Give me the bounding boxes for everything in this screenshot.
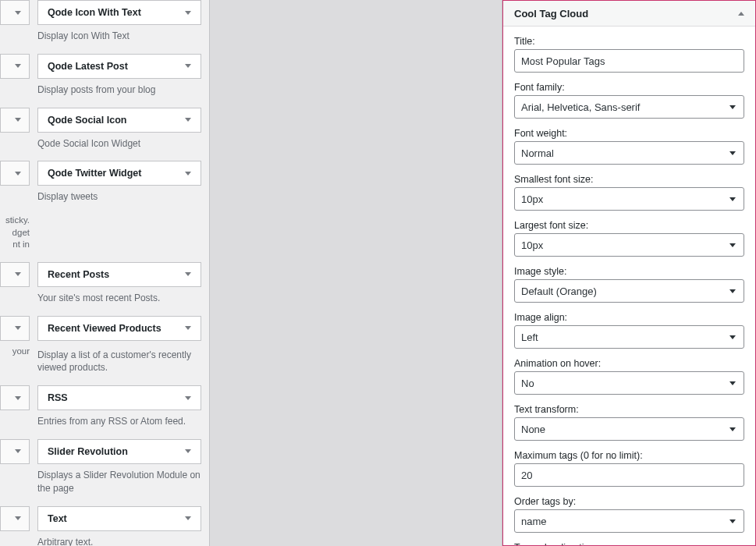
panel-body: Title: Font family: Arial, Helvetica, Sa… [503, 27, 755, 545]
widget-desc: Display posts from your blog [37, 83, 201, 97]
widget-chip[interactable] [0, 506, 30, 531]
widget-chip[interactable] [0, 262, 30, 287]
widget-qode-latest-post[interactable]: Qode Latest Post [37, 54, 201, 79]
widget-rss[interactable]: RSS [37, 385, 201, 410]
smallest-font-select[interactable]: 10px [514, 187, 744, 211]
image-style-select[interactable]: Default (Orange) [514, 279, 744, 303]
widget-qode-twitter[interactable]: Qode Twitter Widget [37, 161, 201, 186]
widget-title: RSS [48, 392, 68, 403]
animation-label: Animation on hover: [514, 358, 744, 369]
widget-qode-icon-with-text[interactable]: Qode Icon With Text [37, 0, 201, 25]
chevron-down-icon [729, 519, 736, 523]
chevron-down-icon [729, 105, 736, 109]
widget-desc: Your site's most recent Posts. [37, 292, 201, 305]
select-value: name [521, 516, 547, 527]
chevron-down-icon [15, 64, 21, 68]
chevron-up-icon [738, 12, 744, 16]
widget-slider-revolution[interactable]: Slider Revolution [37, 439, 201, 464]
largest-font-select[interactable]: 10px [514, 233, 744, 257]
widget-desc: Arbitrary text. [37, 536, 201, 546]
image-style-label: Image style: [514, 266, 744, 277]
font-weight-select[interactable]: Normal [514, 141, 744, 165]
chevron-down-icon [185, 64, 191, 68]
chevron-down-icon [15, 449, 21, 453]
chevron-down-icon [185, 449, 191, 453]
smallest-font-label: Smallest font size: [514, 174, 744, 185]
widget-desc: Display Icon With Text [37, 30, 201, 43]
chevron-down-icon [15, 118, 21, 122]
widget-desc: Qode Social Icon Widget [37, 137, 201, 151]
widget-chip[interactable] [0, 108, 30, 133]
chevron-down-icon [185, 118, 191, 122]
widget-qode-social-icon[interactable]: Qode Social Icon [37, 108, 201, 133]
panel-header[interactable]: Cool Tag Cloud [503, 1, 755, 27]
order-by-select[interactable]: name [514, 509, 744, 533]
order-by-label: Order tags by: [514, 496, 744, 507]
widget-title: Qode Social Icon [48, 115, 126, 126]
chevron-down-icon [15, 11, 21, 15]
chevron-down-icon [185, 516, 191, 520]
select-value: No [521, 378, 534, 389]
select-value: Default (Orange) [521, 285, 597, 297]
widget-desc: Display tweets [37, 190, 201, 204]
max-tags-label: Maximum tags (0 for no limit): [514, 450, 744, 461]
chevron-down-icon [185, 326, 191, 330]
chevron-down-icon [729, 381, 736, 385]
font-family-label: Font family: [514, 82, 744, 93]
select-value: Normal [521, 147, 554, 159]
animation-select[interactable]: No [514, 371, 744, 395]
chevron-down-icon [729, 335, 736, 339]
widget-title: Text [48, 513, 67, 524]
chevron-down-icon [15, 516, 21, 520]
widget-desc: Display a list of a customer's recently … [37, 349, 201, 375]
widget-chip[interactable] [0, 54, 30, 79]
chevron-down-icon [15, 272, 21, 276]
chevron-down-icon [15, 326, 21, 330]
widget-title: Recent Posts [48, 269, 109, 280]
widget-recent-posts[interactable]: Recent Posts [37, 262, 201, 287]
chevron-down-icon [185, 172, 191, 176]
select-value: 10px [521, 193, 543, 205]
widget-text[interactable]: Text [37, 506, 201, 531]
widget-recent-viewed-products[interactable]: Recent Viewed Products [37, 316, 201, 341]
widget-desc: Entries from any RSS or Atom feed. [37, 415, 201, 428]
widget-chip[interactable] [0, 0, 30, 25]
title-label: Title: [514, 36, 744, 47]
panel-title: Cool Tag Cloud [514, 8, 588, 20]
select-value: None [521, 424, 545, 435]
chevron-down-icon [729, 427, 736, 431]
largest-font-label: Largest font size: [514, 220, 744, 231]
widget-title: Qode Latest Post [48, 61, 128, 72]
text-transform-label: Text transform: [514, 404, 744, 415]
chevron-down-icon [185, 11, 191, 15]
widget-desc: Displays a Slider Revolution Module on t… [37, 469, 201, 495]
chevron-down-icon [729, 197, 736, 201]
widget-title: Slider Revolution [48, 446, 128, 457]
available-widgets-column: Qode Icon With Text Display Icon With Te… [0, 0, 209, 546]
order-direction-label: Tag order direction: [514, 542, 744, 545]
widget-chip[interactable] [0, 385, 30, 410]
chevron-down-icon [15, 396, 21, 400]
font-weight-label: Font weight: [514, 128, 744, 139]
widget-title: Recent Viewed Products [48, 323, 161, 334]
chevron-down-icon [185, 272, 191, 276]
text-transform-select[interactable]: None [514, 417, 744, 441]
title-input[interactable] [514, 49, 744, 73]
widget-chip[interactable] [0, 161, 30, 186]
widget-chip[interactable] [0, 439, 30, 464]
chevron-down-icon [729, 151, 736, 155]
chevron-down-icon [185, 396, 191, 400]
select-value: Arial, Helvetica, Sans-serif [521, 101, 640, 113]
chevron-down-icon [729, 243, 736, 247]
chevron-down-icon [15, 172, 21, 176]
select-value: 10px [521, 239, 543, 251]
widget-chip[interactable] [0, 316, 30, 341]
font-family-select[interactable]: Arial, Helvetica, Sans-serif [514, 95, 744, 119]
image-align-label: Image align: [514, 312, 744, 323]
widget-editor-panel: Cool Tag Cloud Title: Font family: Arial… [502, 0, 756, 546]
select-value: Left [521, 332, 538, 343]
truncated-text: your [0, 346, 30, 386]
max-tags-input[interactable] [514, 463, 744, 487]
widget-drop-area[interactable] [209, 0, 502, 546]
image-align-select[interactable]: Left [514, 325, 744, 349]
